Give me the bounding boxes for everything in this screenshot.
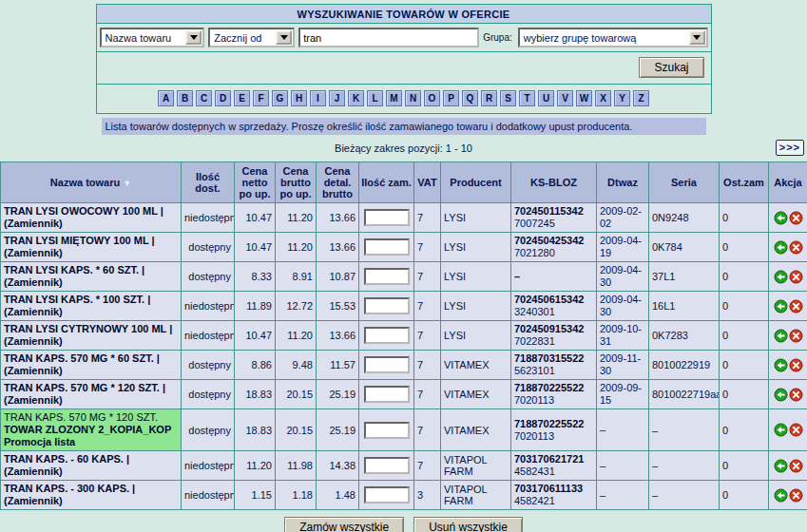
letter-link-T[interactable]: T bbox=[519, 90, 535, 106]
price-brutto-cell: 8.91 bbox=[276, 262, 317, 292]
search-query-input[interactable] bbox=[298, 28, 479, 48]
remove-item-icon[interactable] bbox=[789, 423, 803, 437]
remove-item-icon[interactable] bbox=[789, 211, 803, 225]
letter-link-G[interactable]: G bbox=[272, 90, 288, 106]
price-netto-cell: 10.47 bbox=[235, 233, 276, 262]
letter-link-L[interactable]: L bbox=[367, 90, 383, 106]
letter-link-H[interactable]: H bbox=[291, 90, 307, 106]
table-row: TRAN KAPS. - 60 KAPS. |(Zamiennik)niedos… bbox=[1, 451, 807, 481]
letter-link-Y[interactable]: Y bbox=[614, 90, 630, 106]
vat-cell: 7 bbox=[414, 451, 441, 481]
availability-cell: dostępny bbox=[182, 380, 235, 409]
table-row: TRAN LYSI CYTRYNOWY 100 ML |(Zamiennik)n… bbox=[1, 321, 807, 351]
remove-item-icon[interactable] bbox=[789, 488, 803, 503]
header-nazwa-towaru[interactable]: Nazwa towaru▼ bbox=[1, 162, 182, 203]
quantity-cell bbox=[359, 321, 414, 351]
letter-link-M[interactable]: M bbox=[386, 90, 402, 106]
delete-all-button[interactable]: Usuń wszystkie bbox=[413, 517, 523, 532]
letter-link-J[interactable]: J bbox=[329, 90, 345, 106]
letter-link-P[interactable]: P bbox=[443, 90, 459, 106]
letter-link-C[interactable]: C bbox=[196, 90, 212, 106]
remove-item-icon[interactable] bbox=[789, 299, 803, 314]
add-to-order-icon[interactable] bbox=[774, 270, 788, 284]
dtwaz-cell: 2009-02-02 bbox=[597, 203, 649, 233]
header-ks-bloz: KS-BLOZ bbox=[511, 162, 597, 203]
price-brutto-cell: 1.18 bbox=[276, 481, 317, 510]
add-to-order-icon[interactable] bbox=[774, 299, 788, 314]
quantity-input[interactable] bbox=[364, 297, 410, 314]
letter-link-Z[interactable]: Z bbox=[633, 90, 649, 106]
order-all-button[interactable]: Zamów wszystkie bbox=[284, 517, 404, 532]
add-to-order-icon[interactable] bbox=[774, 488, 788, 503]
letter-link-V[interactable]: V bbox=[557, 90, 573, 106]
add-to-order-icon[interactable] bbox=[774, 423, 788, 437]
producer-cell: VITAPOL FARM bbox=[441, 451, 511, 481]
quantity-input[interactable] bbox=[364, 386, 410, 403]
quantity-input[interactable] bbox=[364, 422, 410, 439]
dtwaz-cell: – bbox=[597, 481, 649, 510]
remove-item-icon[interactable] bbox=[789, 459, 803, 473]
producer-cell: LYSI bbox=[441, 292, 511, 321]
price-detal-cell: 13.66 bbox=[317, 203, 359, 233]
chevron-down-icon[interactable] bbox=[185, 30, 202, 45]
ost-zam-cell: 0 bbox=[720, 481, 769, 510]
quantity-cell bbox=[359, 262, 414, 292]
letter-link-F[interactable]: F bbox=[253, 90, 269, 106]
quantity-input[interactable] bbox=[364, 327, 410, 344]
letter-link-E[interactable]: E bbox=[234, 90, 250, 106]
add-to-order-icon[interactable] bbox=[774, 240, 788, 255]
remove-item-icon[interactable] bbox=[789, 388, 803, 402]
header-ost-zam: Ost.zam bbox=[720, 162, 769, 203]
remove-item-icon[interactable] bbox=[789, 240, 803, 255]
dtwaz-cell: 2009-04-30 bbox=[597, 262, 649, 292]
add-to-order-icon[interactable] bbox=[774, 211, 788, 225]
remove-item-icon[interactable] bbox=[789, 270, 803, 284]
quantity-input[interactable] bbox=[364, 268, 410, 285]
search-field-select[interactable]: Nazwa towaru bbox=[100, 28, 205, 48]
search-button[interactable]: Szukaj bbox=[639, 57, 703, 78]
dtwaz-cell: 2009-04-30 bbox=[597, 292, 649, 321]
add-to-order-icon[interactable] bbox=[774, 388, 788, 402]
letter-link-Q[interactable]: Q bbox=[462, 90, 478, 106]
quantity-input[interactable] bbox=[364, 486, 410, 504]
producer-cell: VITAPOL FARM bbox=[441, 481, 511, 510]
remove-item-icon[interactable] bbox=[789, 358, 803, 372]
letter-link-S[interactable]: S bbox=[500, 90, 516, 106]
quantity-input[interactable] bbox=[364, 457, 410, 474]
letter-link-N[interactable]: N bbox=[405, 90, 421, 106]
group-select[interactable]: wybierz grupę towarową bbox=[518, 28, 708, 48]
next-page-button[interactable]: >>> bbox=[776, 140, 804, 156]
letter-link-K[interactable]: K bbox=[348, 90, 364, 106]
add-to-order-icon[interactable] bbox=[774, 459, 788, 473]
ost-zam-cell: 0 bbox=[720, 292, 769, 321]
letter-link-O[interactable]: O bbox=[424, 90, 440, 106]
producer-cell: VITAMEX bbox=[441, 351, 511, 380]
quantity-cell bbox=[359, 203, 414, 233]
price-detal-cell: 25.19 bbox=[317, 380, 359, 409]
remove-item-icon[interactable] bbox=[789, 329, 803, 343]
quantity-input[interactable] bbox=[364, 238, 410, 256]
table-row: TRAN LYSI KAPS. * 60 SZT. |(Zamiennik)do… bbox=[1, 262, 807, 292]
letter-link-D[interactable]: D bbox=[215, 90, 231, 106]
add-to-order-icon[interactable] bbox=[774, 358, 788, 372]
letter-link-W[interactable]: W bbox=[576, 90, 592, 106]
letter-link-U[interactable]: U bbox=[538, 90, 554, 106]
add-to-order-icon[interactable] bbox=[774, 329, 788, 343]
letter-link-R[interactable]: R bbox=[481, 90, 497, 106]
letter-link-B[interactable]: B bbox=[177, 90, 193, 106]
dtwaz-cell: – bbox=[597, 409, 649, 451]
price-detal-cell: 13.66 bbox=[317, 321, 359, 351]
quantity-input[interactable] bbox=[364, 356, 410, 373]
producer-cell: LYSI bbox=[441, 321, 511, 351]
letter-link-X[interactable]: X bbox=[595, 90, 611, 106]
letter-link-I[interactable]: I bbox=[310, 90, 326, 106]
chevron-down-icon[interactable] bbox=[276, 30, 292, 45]
ost-zam-cell: 0 bbox=[720, 409, 769, 451]
letter-link-A[interactable]: A bbox=[158, 90, 174, 106]
quantity-input[interactable] bbox=[364, 209, 410, 226]
search-mode-select[interactable]: Zacznij od bbox=[208, 28, 295, 48]
producer-cell: LYSI bbox=[441, 203, 511, 233]
header-dtwaz: Dtwaz bbox=[597, 162, 649, 203]
chevron-down-icon[interactable] bbox=[689, 30, 705, 45]
price-brutto-cell: 9.48 bbox=[276, 351, 317, 380]
